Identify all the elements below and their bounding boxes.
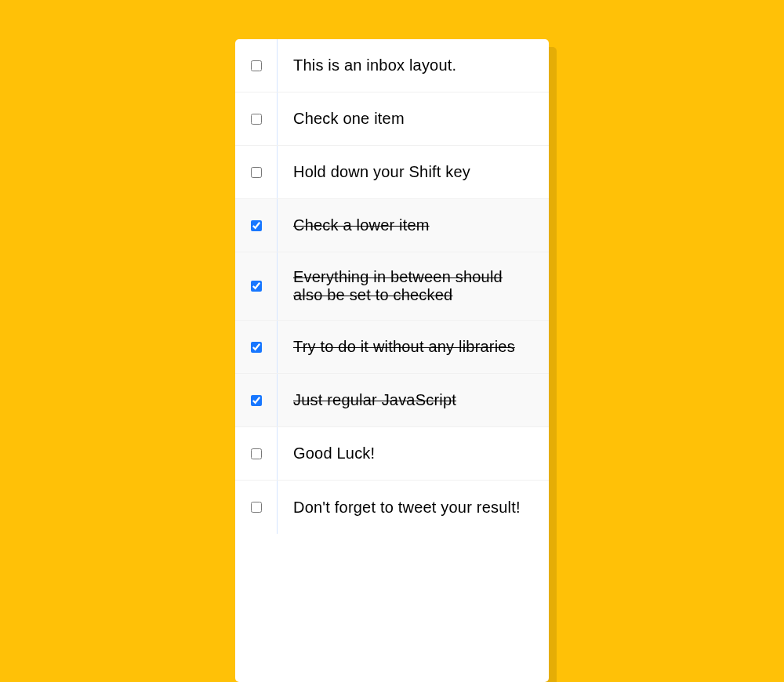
checkbox-column <box>235 146 278 198</box>
list-item: Check a lower item <box>235 199 549 252</box>
list-item: Check one item <box>235 93 549 146</box>
list-item: Just regular JavaScript <box>235 374 549 427</box>
list-item: This is an inbox layout. <box>235 39 549 93</box>
list-item: Try to do it without any libraries <box>235 321 549 374</box>
item-label: Check one item <box>278 94 549 143</box>
item-label: Just regular JavaScript <box>278 375 549 425</box>
list-item: Don't forget to tweet your result! <box>235 481 549 534</box>
checkbox-column <box>235 39 278 92</box>
item-checkbox[interactable] <box>251 114 262 125</box>
checkbox-column <box>235 199 278 252</box>
item-checkbox[interactable] <box>251 448 262 459</box>
item-checkbox[interactable] <box>251 395 262 406</box>
item-checkbox[interactable] <box>251 60 262 71</box>
item-label: Try to do it without any libraries <box>278 322 549 372</box>
item-label: Everything in between should also be set… <box>278 252 549 320</box>
item-checkbox[interactable] <box>251 502 262 513</box>
item-checkbox[interactable] <box>251 167 262 178</box>
checkbox-column <box>235 427 278 480</box>
item-checkbox[interactable] <box>251 342 262 353</box>
list-item: Everything in between should also be set… <box>235 252 549 321</box>
list-item: Good Luck! <box>235 427 549 481</box>
checkbox-column <box>235 252 278 320</box>
checkbox-column <box>235 321 278 373</box>
list-item: Hold down your Shift key <box>235 146 549 199</box>
item-label: Check a lower item <box>278 201 549 250</box>
checkbox-column <box>235 93 278 145</box>
item-label: Good Luck! <box>278 429 549 478</box>
item-label: Hold down your Shift key <box>278 147 549 197</box>
checkbox-column <box>235 481 278 534</box>
item-label: This is an inbox layout. <box>278 41 549 90</box>
inbox-list: This is an inbox layout. Check one item … <box>235 39 549 682</box>
item-checkbox[interactable] <box>251 220 262 231</box>
item-label: Don't forget to tweet your result! <box>278 483 549 532</box>
item-checkbox[interactable] <box>251 281 262 292</box>
checkbox-column <box>235 374 278 426</box>
